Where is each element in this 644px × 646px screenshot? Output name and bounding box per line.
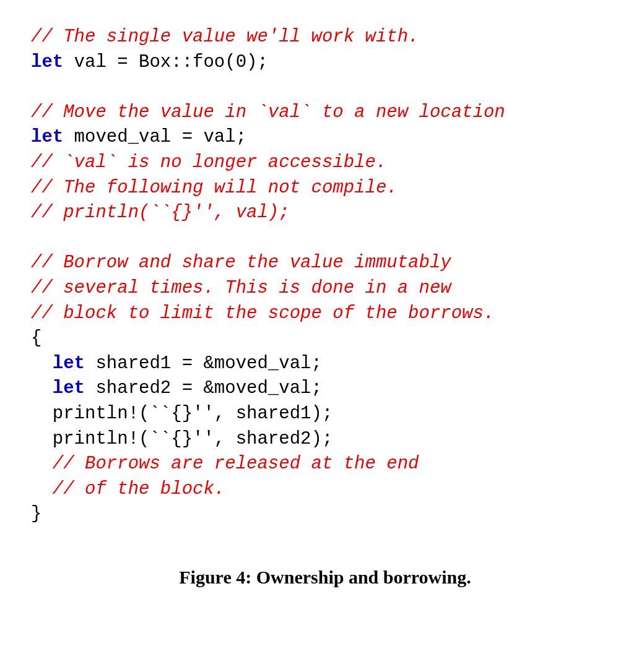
keyword-let: let xyxy=(31,52,63,72)
comment-line: // `val` is no longer accessible. xyxy=(31,152,386,173)
brace-open: { xyxy=(31,328,41,348)
comment-line: // Borrows are released at the end xyxy=(31,454,419,474)
keyword-let: let xyxy=(31,127,63,147)
comment-line: // The following will not compile. xyxy=(31,178,398,198)
comment-line: // The single value we'll work with. xyxy=(31,27,419,47)
comment-line: // println(``{}'', val); xyxy=(31,202,290,223)
figure-label: Figure 4: xyxy=(179,567,256,587)
comment-line: // Move the value in `val` to a new loca… xyxy=(31,102,505,123)
comment-line: // Borrow and share the value immutably xyxy=(31,252,451,273)
keyword-let: let xyxy=(31,378,85,398)
figure-caption: Figure 4: Ownership and borrowing. xyxy=(31,564,619,590)
code-text: println!(``{}'', shared2); xyxy=(31,429,333,449)
code-listing: // The single value we'll work with. let… xyxy=(31,25,619,527)
brace-close: } xyxy=(31,504,41,524)
code-text: shared2 = &moved_val; xyxy=(85,378,322,398)
comment-line: // several times. This is done in a new xyxy=(31,278,451,298)
comment-line: // of the block. xyxy=(31,479,225,499)
figure-title: Ownership and borrowing. xyxy=(256,567,471,587)
code-text: val = Box::foo(0); xyxy=(63,52,268,72)
comment-line: // block to limit the scope of the borro… xyxy=(31,303,494,324)
code-text: shared1 = &moved_val; xyxy=(85,353,322,374)
code-text: println!(``{}'', shared1); xyxy=(31,403,333,424)
code-text: moved_val = val; xyxy=(63,127,246,147)
keyword-let: let xyxy=(31,353,85,374)
